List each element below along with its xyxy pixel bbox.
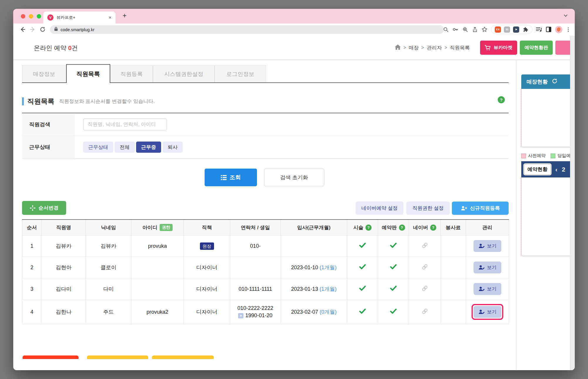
check-icon xyxy=(359,285,366,291)
browser-tab[interactable]: V 뷰카프로+ xyxy=(43,11,116,24)
naver-reservation-setting-button[interactable]: 네이버예약 설정 xyxy=(356,202,403,215)
close-window-button[interactable] xyxy=(21,14,25,19)
bottom-partial-button[interactable] xyxy=(87,355,148,359)
highlight-ring: 보기 xyxy=(472,304,503,320)
link-icon[interactable] xyxy=(421,242,428,249)
position-badge: 원장 xyxy=(200,242,214,250)
section-title: 직원목록 xyxy=(27,97,54,106)
prev-date-chevron-icon[interactable] xyxy=(555,166,557,173)
share-icon[interactable] xyxy=(472,26,478,33)
reservation-status-panel-header: 예약현황 2 xyxy=(521,161,570,177)
minimize-window-button[interactable] xyxy=(29,14,33,19)
manager-button[interactable]: 담당 xyxy=(555,41,570,55)
filter-form: 직원검색 근무상태 근무상태 전체 근무중 퇴사 xyxy=(22,113,509,159)
browser-tab-strip: V 뷰카프로+ xyxy=(13,9,575,24)
status-label: 근무상태 xyxy=(22,136,74,158)
tab-system-permission[interactable]: 시스템권한설정 xyxy=(153,65,215,82)
query-button[interactable]: 조회 xyxy=(205,169,257,186)
store-status-panel-body xyxy=(521,89,570,147)
link-icon[interactable] xyxy=(421,308,428,315)
video-extension-icon[interactable] xyxy=(513,26,519,33)
permission-badge: 권한 xyxy=(160,224,173,231)
add-staff-button[interactable]: 신규직원등록 xyxy=(452,202,509,215)
lock-icon xyxy=(54,27,58,32)
sameday-reservation-swatch xyxy=(551,154,555,158)
table-row: 1 김뷰카 김뷰카 provuka 원장 010- 보기 xyxy=(22,235,509,257)
status-chip-resigned[interactable]: 퇴사 xyxy=(163,142,183,153)
tab-close-icon[interactable] xyxy=(109,15,111,20)
playlist-icon[interactable] xyxy=(536,26,542,33)
page: 온라인 예약 0건 > 매장 > 관리자 > 직원목록 뷰카마켓 예약현황판 담… xyxy=(13,36,575,370)
puzzle-extensions-icon[interactable] xyxy=(522,26,529,33)
reorder-button[interactable]: 순서변경 xyxy=(22,201,66,215)
bookmark-star-icon[interactable] xyxy=(481,26,488,33)
back-button[interactable] xyxy=(19,26,26,33)
tab-staff-list[interactable]: 직원목록 xyxy=(66,64,110,83)
header-right: > 매장 > 관리자 > 직원목록 뷰카마켓 예약현황판 담당 xyxy=(395,37,570,58)
market-button[interactable]: 뷰카마켓 xyxy=(480,41,517,55)
status-row: 근무상태 근무상태 전체 근무중 퇴사 xyxy=(22,136,509,158)
status-chip-all[interactable]: 전체 xyxy=(115,142,135,153)
person-edit-icon xyxy=(478,309,485,315)
procedure-help-icon[interactable] xyxy=(365,225,372,231)
col-name: 직원명 xyxy=(42,220,86,235)
view-button[interactable]: 보기 xyxy=(474,306,501,318)
status-chip-label[interactable]: 근무상태 xyxy=(83,142,113,153)
person-edit-icon xyxy=(478,265,485,270)
link-icon[interactable] xyxy=(421,263,428,270)
staff-permission-setting-button[interactable]: 직원권한 설정 xyxy=(406,202,450,215)
table-row: 2 김현아 클로이 디자이너 2023-01-10 (1개월) 보기 xyxy=(22,257,509,278)
tab-login-info[interactable]: 로그인정보 xyxy=(215,65,266,82)
check-icon xyxy=(390,242,397,248)
breadcrumb-staff-list[interactable]: 직원목록 xyxy=(450,44,470,51)
table-row: 4 김한나 주드 provuka2 디자이너 010-2222-2222 199… xyxy=(22,300,509,324)
home-icon[interactable] xyxy=(395,44,401,51)
browser-menu-icon[interactable] xyxy=(566,26,571,33)
reservation-board-button[interactable]: 예약현황판 xyxy=(520,41,553,55)
reload-button[interactable] xyxy=(39,26,46,33)
content-divider xyxy=(516,60,516,370)
reset-search-button[interactable]: 검색 초기화 xyxy=(264,169,324,186)
new-tab-button[interactable] xyxy=(123,12,126,19)
view-button[interactable]: 보기 xyxy=(474,240,501,252)
staff-search-input[interactable] xyxy=(83,119,167,130)
help-icon[interactable] xyxy=(498,96,505,103)
password-key-icon[interactable] xyxy=(452,26,459,33)
view-button[interactable]: 보기 xyxy=(474,283,501,295)
col-id: 아이디권한 xyxy=(131,220,184,235)
maximize-window-button[interactable] xyxy=(37,14,41,19)
check-icon xyxy=(359,242,366,248)
breadcrumb-store[interactable]: 매장 xyxy=(409,44,419,51)
col-nickname: 닉네임 xyxy=(86,220,131,235)
col-board: 예약판 xyxy=(378,220,409,235)
section-accent-bar xyxy=(22,97,24,105)
reservation-status-label: 예약현황 xyxy=(524,164,551,175)
profile-avatar[interactable] xyxy=(555,26,562,33)
person-plus-icon xyxy=(461,206,467,211)
view-button[interactable]: 보기 xyxy=(474,262,501,273)
search-icon[interactable] xyxy=(442,26,449,33)
tab-store-info[interactable]: 매장정보 xyxy=(22,65,66,82)
online-reservation-status: 온라인 예약 0건 xyxy=(34,44,78,52)
col-manage: 관리 xyxy=(466,220,509,235)
zoom-icon[interactable] xyxy=(462,26,468,33)
bottom-partial-button[interactable] xyxy=(23,355,78,359)
birthday-plus-icon xyxy=(238,313,243,318)
refresh-icon[interactable] xyxy=(552,78,558,86)
bottom-partial-button[interactable] xyxy=(152,355,214,359)
breadcrumb-admin[interactable]: 관리자 xyxy=(427,44,442,51)
calendar-extension-icon[interactable]: 31 xyxy=(504,26,510,33)
tab-staff-register[interactable]: 직원등록 xyxy=(110,65,153,82)
board-help-icon[interactable] xyxy=(399,225,405,231)
extension-ex-icon[interactable]: EX xyxy=(495,26,501,33)
col-tip: 봉사료 xyxy=(441,220,466,235)
link-icon[interactable] xyxy=(421,285,428,292)
address-bar[interactable]: code.smartplug.kr xyxy=(50,25,444,34)
status-chip-working[interactable]: 근무중 xyxy=(136,142,161,153)
page-scrollbar[interactable] xyxy=(570,36,575,370)
tab-search-chevron-icon[interactable] xyxy=(564,14,568,18)
tab-bar: 매장정보 직원목록 직원등록 시스템권한설정 로그인정보 xyxy=(22,64,509,83)
reading-mode-icon[interactable] xyxy=(545,26,552,33)
forward-button[interactable] xyxy=(29,26,36,33)
naver-help-icon[interactable] xyxy=(430,225,436,231)
